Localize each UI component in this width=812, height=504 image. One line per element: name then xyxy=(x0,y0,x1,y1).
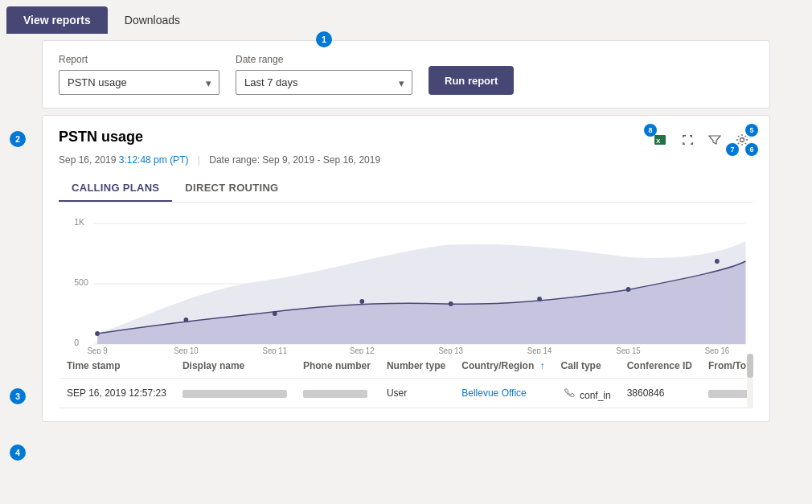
svg-point-12 xyxy=(359,299,364,304)
col-from-to[interactable]: From/To number xyxy=(700,354,753,379)
tab-direct-routing[interactable]: DIRECT ROUTING xyxy=(172,175,291,202)
col-timestamp[interactable]: Time stamp xyxy=(59,354,174,379)
table-wrapper: Time stamp Display name Phone number Num… xyxy=(59,354,753,408)
date-range-filter-group: 1 Date range Last 7 days ▾ xyxy=(236,54,412,95)
svg-text:Sep 16: Sep 16 xyxy=(705,346,730,354)
call-type-icon xyxy=(561,385,577,401)
table-row: SEP 16, 2019 12:57:23 User Bellevue Offi… xyxy=(59,379,753,408)
cell-display-name xyxy=(174,379,295,408)
svg-point-10 xyxy=(184,318,189,322)
run-report-button[interactable]: Run report xyxy=(429,66,514,95)
cell-from-to xyxy=(700,379,753,408)
sort-arrow-country: ↑ xyxy=(540,360,545,371)
cell-phone-number xyxy=(295,379,379,408)
svg-text:X: X xyxy=(656,137,661,145)
report-date: Sep 16, 2019 xyxy=(59,154,116,166)
table-body: SEP 16, 2019 12:57:23 User Bellevue Offi… xyxy=(59,379,753,408)
tab-calling-plans[interactable]: CALLING PLANS xyxy=(59,175,172,202)
excel-icon: X xyxy=(654,133,666,146)
tab-view-reports[interactable]: View reports xyxy=(6,6,108,34)
report-title: PSTN usage xyxy=(59,129,143,145)
svg-text:Sep 15: Sep 15 xyxy=(616,346,641,354)
tab-bar: View reports Downloads xyxy=(0,0,812,34)
report-label: Report xyxy=(59,54,219,65)
svg-point-13 xyxy=(449,301,453,306)
svg-point-14 xyxy=(537,297,542,301)
report-header: PSTN usage 8 X xyxy=(59,129,753,151)
svg-point-11 xyxy=(273,311,277,316)
toolbar-badge-5: 5 xyxy=(745,124,758,137)
svg-text:Sep 13: Sep 13 xyxy=(438,346,463,354)
svg-text:500: 500 xyxy=(74,277,88,287)
col-call-type[interactable]: Call type xyxy=(553,354,619,379)
date-range-select[interactable]: Last 7 days xyxy=(236,70,412,95)
tab-downloads[interactable]: Downloads xyxy=(108,6,197,34)
svg-text:Sep 10: Sep 10 xyxy=(174,346,199,354)
scrollbar-track[interactable] xyxy=(747,354,753,408)
svg-text:1K: 1K xyxy=(74,217,85,227)
table-header: Time stamp Display name Phone number Num… xyxy=(59,354,753,379)
svg-point-2 xyxy=(740,138,744,142)
date-range-label: Date range xyxy=(236,54,412,65)
svg-text:Sep 9: Sep 9 xyxy=(87,346,107,354)
svg-text:Sep 14: Sep 14 xyxy=(527,346,552,354)
cell-country: Bellevue Office xyxy=(453,379,552,408)
report-select-wrapper: PSTN usage ▾ xyxy=(59,70,219,95)
expand-icon xyxy=(681,133,694,146)
report-tabs: CALLING PLANS DIRECT ROUTING xyxy=(59,175,753,203)
report-section: PSTN usage 8 X xyxy=(42,115,770,422)
date-range-select-wrapper: Last 7 days ▾ xyxy=(236,70,412,95)
svg-text:Sep 12: Sep 12 xyxy=(350,346,374,354)
step-badge-1: 1 xyxy=(316,31,332,47)
svg-text:Sep 11: Sep 11 xyxy=(263,346,287,354)
side-badge-2: 2 xyxy=(10,131,26,147)
filter-wrapper: Report PSTN usage ▾ 1 Date range Last 7 … xyxy=(32,40,780,109)
report-toolbar: 8 X xyxy=(649,129,753,151)
col-number-type[interactable]: Number type xyxy=(379,354,453,379)
display-name-blurred xyxy=(182,390,287,398)
scrollbar-thumb[interactable] xyxy=(747,354,753,378)
excel-export-button[interactable]: 8 X xyxy=(649,129,671,151)
usage-chart: 1K 500 0 xyxy=(59,209,753,354)
svg-point-9 xyxy=(95,331,100,336)
report-wrapper: 2 3 4 PSTN usage 8 X xyxy=(32,115,780,422)
data-table: Time stamp Display name Phone number Num… xyxy=(59,354,753,408)
report-meta: Sep 16, 2019 3:12:48 pm (PT) | Date rang… xyxy=(59,154,753,166)
svg-text:0: 0 xyxy=(74,338,79,347)
chart-area: 1K 500 0 xyxy=(59,209,753,354)
side-badge-4: 4 xyxy=(10,445,26,461)
col-phone-number[interactable]: Phone number xyxy=(295,354,379,379)
phone-blurred xyxy=(303,390,367,398)
expand-button[interactable] xyxy=(676,129,699,151)
settings-button[interactable]: 5 7 6 xyxy=(731,129,753,151)
svg-point-16 xyxy=(715,259,720,264)
col-conference-id[interactable]: Conference ID xyxy=(619,354,700,379)
country-link[interactable]: Bellevue Office xyxy=(461,387,527,399)
cell-call-type: conf_in xyxy=(553,379,619,408)
side-badge-3: 3 xyxy=(10,388,26,404)
filter-button[interactable] xyxy=(703,129,726,151)
cell-number-type: User xyxy=(379,379,453,408)
report-filter-group: Report PSTN usage ▾ xyxy=(59,54,219,95)
cell-timestamp: SEP 16, 2019 12:57:23 xyxy=(59,379,174,408)
cell-conference-id: 3860846 xyxy=(619,379,700,408)
report-select[interactable]: PSTN usage xyxy=(59,70,219,95)
filter-bar: Report PSTN usage ▾ 1 Date range Last 7 … xyxy=(42,40,770,109)
toolbar-badge-6: 6 xyxy=(745,143,758,156)
report-time: 3:12:48 pm (PT) xyxy=(119,154,189,166)
filter-icon xyxy=(708,133,721,146)
col-display-name[interactable]: Display name xyxy=(174,354,295,379)
col-country[interactable]: Country/Region ↑ xyxy=(453,354,552,379)
date-range-text: Date range: Sep 9, 2019 - Sep 16, 2019 xyxy=(209,154,380,166)
svg-point-15 xyxy=(626,287,631,292)
toolbar-badge-8: 8 xyxy=(644,124,657,137)
toolbar-badge-7: 7 xyxy=(726,143,739,156)
